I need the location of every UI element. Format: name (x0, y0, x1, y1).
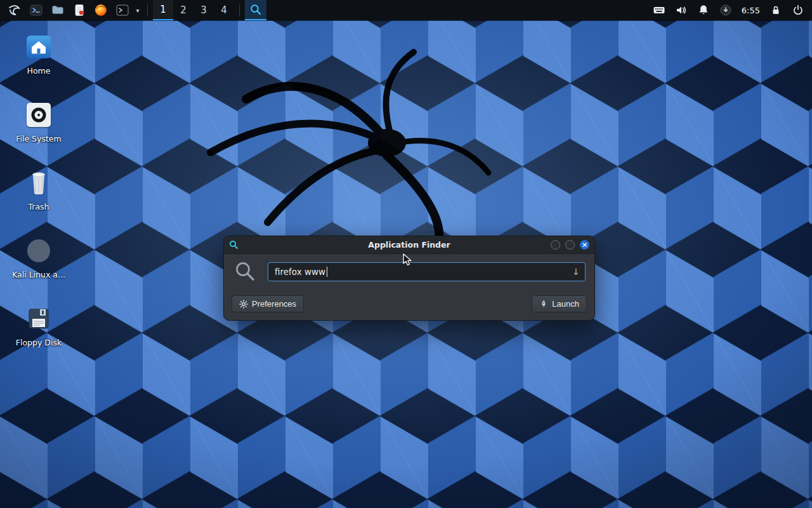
file-system-drive-icon (27, 103, 51, 127)
terminal-icon (29, 3, 43, 17)
home-folder-icon (27, 36, 51, 58)
firefox-button[interactable] (90, 0, 112, 20)
launch-button[interactable]: Launch (532, 295, 587, 312)
desktop-icon-trash[interactable]: Trash (9, 169, 69, 211)
desktop-icon-label: Home (27, 66, 51, 76)
top-panel: ▾ 1 2 3 4 (0, 0, 812, 20)
desktop-icon-label: File System (16, 134, 62, 144)
appfinder-panel-button[interactable] (245, 0, 266, 20)
gear-icon (239, 300, 248, 309)
kali-logo-icon (8, 3, 22, 17)
file-manager-button[interactable] (47, 0, 69, 20)
window-title: Application Finder (224, 240, 594, 250)
application-finder-window: Application Finder × firefox www ↓ Prefe… (223, 236, 595, 321)
search-icon (249, 3, 262, 16)
maximize-button[interactable] (565, 240, 575, 250)
text-editor-button[interactable] (69, 0, 90, 20)
volume-icon[interactable] (675, 4, 688, 17)
clock[interactable]: 6:55 (742, 6, 760, 15)
search-icon (234, 260, 256, 283)
notifications-bell-icon[interactable] (697, 4, 710, 17)
search-input[interactable]: firefox www ↓ (268, 262, 586, 281)
preferences-button[interactable]: Preferences (232, 295, 304, 312)
desktop-icon-home[interactable]: Home (9, 33, 69, 76)
desktop-icon-file-system[interactable]: File System (9, 101, 69, 144)
window-buttons: × (551, 240, 589, 250)
text-caret (327, 267, 327, 277)
workspace-button-2[interactable]: 2 (173, 0, 193, 20)
panel-separator (147, 4, 148, 17)
logout-power-icon[interactable] (792, 4, 804, 17)
terminal-window-icon (115, 3, 129, 17)
entry-dropdown-arrow-icon[interactable]: ↓ (572, 267, 580, 277)
workspace-button-3[interactable]: 3 (193, 0, 214, 20)
desktop-icon-kali-docs[interactable]: Kali Linux a... (9, 237, 69, 279)
search-input-value: firefox www (275, 267, 325, 277)
terminal-launcher-button[interactable] (25, 0, 47, 20)
workspace-label: 1 (160, 4, 166, 15)
close-icon: × (582, 241, 587, 248)
trash-bin-icon (26, 170, 51, 196)
kali-menu-button[interactable] (4, 0, 25, 20)
workspace-label: 4 (221, 4, 227, 16)
titlebar[interactable]: Application Finder × (224, 236, 594, 254)
workspace-label: 2 (180, 4, 187, 16)
desktop-icon-label: Floppy Disk (16, 338, 62, 347)
kali-link-icon (25, 237, 52, 264)
preferences-label: Preferences (252, 299, 296, 309)
desktop-icon-floppy[interactable]: Floppy Disk (9, 305, 69, 347)
desktop-icon-list: Home File System Trash (9, 33, 69, 347)
desktop-icon-label: Trash (28, 202, 49, 211)
launch-icon (539, 300, 548, 309)
terminal-dropdown-button[interactable] (112, 0, 133, 20)
desktop-icon-label: Kali Linux a... (12, 270, 65, 279)
close-button[interactable]: × (580, 240, 589, 250)
keyboard-indicator-icon[interactable] (653, 4, 665, 17)
panel-tray: 6:55 (653, 0, 812, 20)
firefox-icon (94, 3, 108, 17)
floppy-disk-icon (26, 306, 51, 331)
workspace-label: 3 (200, 4, 207, 16)
mouse-cursor (403, 253, 416, 267)
folder-icon (51, 3, 65, 17)
chevron-down-icon[interactable]: ▾ (133, 7, 142, 14)
kali-dragon-logo (171, 38, 527, 248)
panel-launchers: ▾ 1 2 3 4 (0, 0, 266, 20)
dialog-button-row: Preferences Launch (224, 290, 594, 320)
workspace-button-1[interactable]: 1 (153, 0, 173, 20)
screen-lock-icon[interactable] (769, 4, 782, 17)
workspace-button-4[interactable]: 4 (214, 0, 234, 20)
minimize-button[interactable] (551, 240, 560, 250)
launch-label: Launch (552, 299, 579, 309)
appfinder-window-icon (229, 240, 239, 250)
document-icon (72, 3, 86, 17)
update-status-icon[interactable] (719, 4, 732, 17)
panel-separator (239, 4, 240, 17)
